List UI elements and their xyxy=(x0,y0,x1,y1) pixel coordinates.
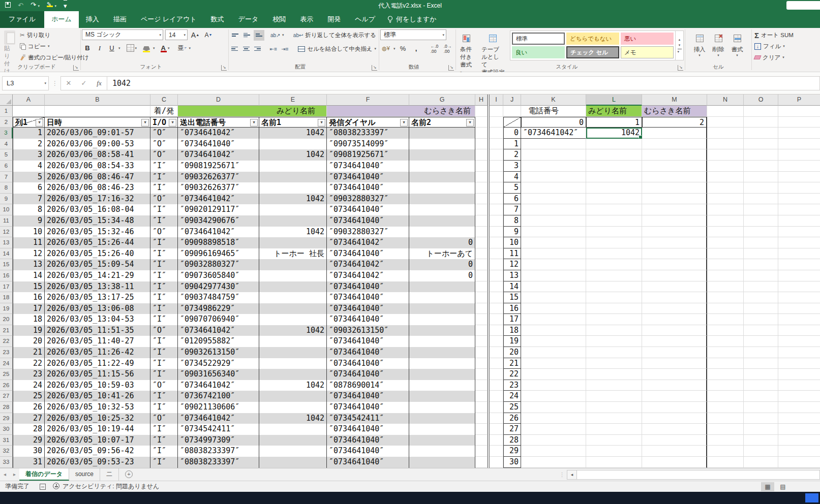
cell-A27[interactable]: 25 xyxy=(13,391,45,402)
cell-F10[interactable]: ″0734641040″ xyxy=(327,204,409,215)
cell-D18[interactable]: ″09037484759″ xyxy=(178,292,259,303)
cell-N21[interactable] xyxy=(707,325,744,336)
col-header-F[interactable]: F xyxy=(327,94,409,106)
cell-G19[interactable] xyxy=(409,303,475,314)
cell-H28[interactable] xyxy=(475,402,488,413)
cell-B32[interactable]: 2026/03/05_09:56-42 xyxy=(45,446,150,457)
table-header-発信ダイヤル[interactable]: 発信ダイヤル▼ xyxy=(327,117,409,128)
cell-O22[interactable] xyxy=(744,336,778,347)
autosum-button[interactable]: Σオート SUM xyxy=(753,29,819,41)
cell-D19[interactable]: ″0734986229″ xyxy=(178,303,259,314)
format-painter-button[interactable]: 書式のコピー/貼り付け xyxy=(18,52,90,63)
cell-J21[interactable]: 18 xyxy=(503,325,521,336)
filter-button-発信ダイヤル[interactable]: ▼ xyxy=(400,119,408,127)
cell-C4[interactable]: ″O″ xyxy=(150,139,178,150)
cell-G21[interactable] xyxy=(409,325,475,336)
cell-O12[interactable] xyxy=(744,227,778,238)
cell-C5[interactable]: ″O″ xyxy=(150,149,178,161)
cell-D31[interactable]: ″0734997309″ xyxy=(178,435,259,446)
cell-D33[interactable]: ″08038233397″ xyxy=(178,457,259,468)
row-header-24[interactable]: 24 xyxy=(0,358,13,369)
cell-A15[interactable]: 13 xyxy=(13,259,45,270)
cell-I5[interactable] xyxy=(490,149,503,161)
cell-F18[interactable]: ″0734641040″ xyxy=(327,292,409,303)
cell-P27[interactable] xyxy=(778,391,820,402)
align-middle-icon[interactable] xyxy=(242,30,253,41)
cell-H19[interactable] xyxy=(475,303,488,314)
cell-O15[interactable] xyxy=(744,259,778,270)
scroll-left-icon[interactable]: ◂ xyxy=(567,470,577,480)
cell-N23[interactable] xyxy=(707,347,744,358)
cell-D27[interactable]: ″0736742100″ xyxy=(178,391,259,402)
cell-A22[interactable]: 20 xyxy=(13,336,45,347)
cell-M16[interactable] xyxy=(642,270,707,281)
cell-M11[interactable] xyxy=(642,215,707,227)
cell-H20[interactable] xyxy=(475,314,488,325)
cell-I3[interactable] xyxy=(490,128,503,139)
cell-C27[interactable]: ″I″ xyxy=(150,391,178,402)
cell-H25[interactable] xyxy=(475,369,488,380)
cell-H33[interactable] xyxy=(475,457,488,468)
cell-O10[interactable] xyxy=(744,204,778,215)
cell-A13[interactable]: 11 xyxy=(13,237,45,248)
cell-D16[interactable]: ″09073605840″ xyxy=(178,270,259,281)
col-header-M[interactable]: M xyxy=(642,94,707,106)
align-left-icon[interactable] xyxy=(230,44,240,54)
cell-C23[interactable]: ″I″ xyxy=(150,347,178,358)
row-header-16[interactable]: 16 xyxy=(0,270,13,281)
cell-C32[interactable]: ″I″ xyxy=(150,446,178,457)
cell-H11[interactable] xyxy=(475,215,488,227)
cell-H1[interactable] xyxy=(475,106,488,117)
cell-P10[interactable] xyxy=(778,204,820,215)
cell-M13[interactable] xyxy=(642,237,707,248)
styles-gallery-more[interactable]: ▴▾▾ xyxy=(676,30,684,60)
cell-O5[interactable] xyxy=(744,149,778,161)
col-header-B[interactable]: B xyxy=(45,94,150,106)
cell-L18[interactable] xyxy=(586,292,642,303)
cell-O13[interactable] xyxy=(744,237,778,248)
cell-C19[interactable]: ″I″ xyxy=(150,303,178,314)
cell-N5[interactable] xyxy=(707,149,744,161)
ribbon-tab-校閲[interactable]: 校閲 xyxy=(265,11,293,28)
sheet-tab-二[interactable]: 二 xyxy=(100,468,119,481)
cell-J1[interactable] xyxy=(503,106,521,117)
cell-L21[interactable] xyxy=(586,325,642,336)
cell-I27[interactable] xyxy=(490,391,503,402)
cell-F12[interactable]: ″09032880327″ xyxy=(327,227,409,238)
cell-K33[interactable] xyxy=(521,457,586,468)
cell-O25[interactable] xyxy=(744,369,778,380)
font-color-dropdown[interactable]: ▾ xyxy=(168,46,170,50)
cell-O19[interactable] xyxy=(744,303,778,314)
cell-I26[interactable] xyxy=(490,380,503,391)
cell-J15[interactable]: 12 xyxy=(503,259,521,270)
cell-M19[interactable] xyxy=(642,303,707,314)
cell-M3[interactable] xyxy=(642,128,707,139)
cell-O1[interactable] xyxy=(744,106,778,117)
cell-C1[interactable]: 着/発 xyxy=(150,106,178,117)
cell-J27[interactable]: 24 xyxy=(503,391,521,402)
cell-E8[interactable] xyxy=(259,182,327,194)
cell-I25[interactable] xyxy=(490,369,503,380)
cell-J25[interactable]: 22 xyxy=(503,369,521,380)
cell-B27[interactable]: 2026/03/05_10:41-26 xyxy=(45,391,150,402)
cell-H27[interactable] xyxy=(475,391,488,402)
cell-A1[interactable] xyxy=(13,106,45,117)
new-sheet-button[interactable]: + xyxy=(125,470,133,478)
font-size-combo[interactable]: 14▾ xyxy=(165,29,188,40)
increase-indent-icon[interactable]: ⇥≡ xyxy=(280,44,290,54)
cell-I13[interactable] xyxy=(490,237,503,248)
cell-P3[interactable] xyxy=(778,128,820,139)
cell-N14[interactable] xyxy=(707,248,744,260)
phonetic-guide-icon[interactable]: 亜ァ xyxy=(176,43,188,53)
cell-A8[interactable]: 6 xyxy=(13,182,45,194)
cell-E18[interactable] xyxy=(259,292,327,303)
decrease-indent-icon[interactable]: ⇤≡ xyxy=(268,44,279,54)
cell-B16[interactable]: 2026/03/05_14:21-29 xyxy=(45,270,150,281)
cell-H23[interactable] xyxy=(475,347,488,358)
cell-N28[interactable] xyxy=(707,402,744,413)
cell-L12[interactable] xyxy=(586,227,642,238)
cell-J5[interactable]: 2 xyxy=(503,149,521,161)
cell-E28[interactable] xyxy=(259,402,327,413)
cell-G32[interactable] xyxy=(409,446,475,457)
cell-F28[interactable]: ″0734641040″ xyxy=(327,402,409,413)
